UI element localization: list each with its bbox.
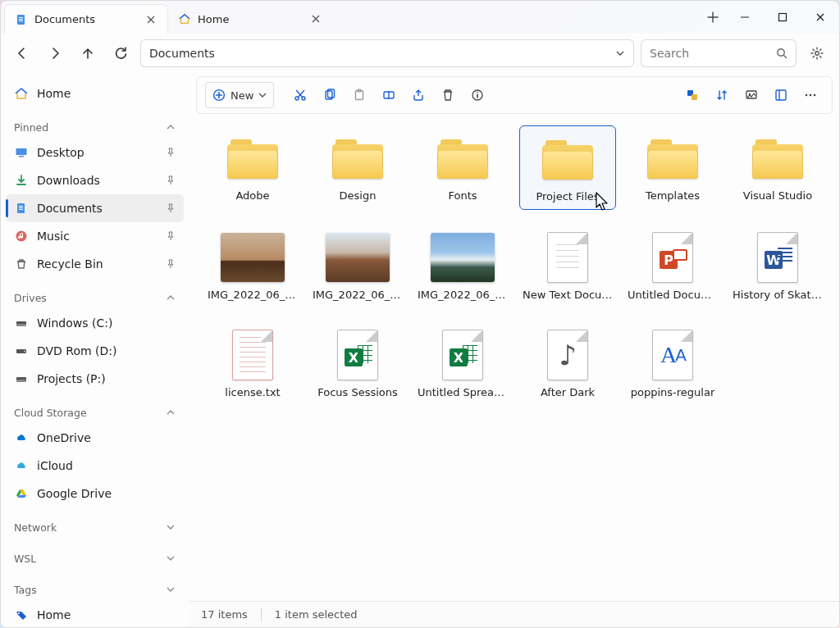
sidebar-item-label: Windows (C:)	[37, 316, 112, 330]
folder-item-design[interactable]: Design	[309, 125, 406, 210]
svg-rect-8	[19, 156, 24, 157]
section-title: Network	[14, 521, 57, 534]
pin-icon[interactable]	[166, 259, 176, 269]
text-file-icon	[547, 232, 588, 283]
section-title: Drives	[14, 292, 47, 304]
items-grid[interactable]: AdobeDesignFontsProject FilesTemplatesVi…	[189, 114, 839, 601]
status-separator	[261, 608, 262, 621]
chevron-icon	[166, 585, 176, 594]
sidebar-item-home[interactable]: Home	[6, 80, 184, 107]
sort-button[interactable]	[709, 82, 735, 108]
sidebar-item-onedrive[interactable]: OneDrive	[6, 424, 184, 452]
back-button[interactable]	[9, 40, 35, 66]
chevron-icon	[166, 522, 176, 532]
pin-quickaccess-button[interactable]	[679, 82, 705, 108]
sidebar-item-downloads[interactable]: Downloads	[6, 166, 184, 194]
tab-icon	[15, 13, 28, 26]
file-item-img-2022-06-14-2892[interactable]: IMG_2022_06_14_2892	[309, 225, 406, 307]
item-thumbnail: X	[326, 329, 390, 381]
sidebar-section-network[interactable]: Network	[6, 516, 184, 539]
sidebar-section-drives[interactable]: Drives	[6, 286, 184, 309]
properties-button[interactable]	[464, 82, 491, 108]
item-thumbnail	[326, 231, 390, 284]
sidebar-item-label: Home	[37, 87, 71, 100]
paste-button[interactable]	[346, 82, 372, 108]
copy-button[interactable]	[317, 82, 343, 108]
sidebar-item-documents[interactable]: Documents	[6, 194, 184, 222]
view-button[interactable]	[738, 82, 765, 108]
file-item-focus-sessions[interactable]: XFocus Sessions	[309, 322, 406, 405]
drive-icon	[14, 371, 29, 386]
sidebar-item-google-drive[interactable]: Google Drive	[6, 480, 184, 507]
sidebar-section-pinned[interactable]: Pinned	[6, 116, 184, 139]
pin-icon[interactable]	[166, 175, 176, 185]
refresh-button[interactable]	[107, 40, 134, 66]
minimize-button[interactable]	[726, 1, 764, 34]
pin-icon[interactable]	[166, 231, 176, 241]
file-item-new-text-document[interactable]: New Text Document	[519, 225, 616, 307]
settings-button[interactable]	[803, 39, 831, 67]
new-button[interactable]: New	[205, 82, 274, 108]
disc-icon	[14, 344, 29, 358]
sidebar-item-home[interactable]: Home	[6, 601, 184, 627]
tab-documents[interactable]: Documents	[4, 4, 168, 34]
sidebar-item-windows-c-[interactable]: Windows (C:)	[6, 309, 184, 337]
file-item-img-2022-06-14-2891[interactable]: IMG_2022_06_14_2891	[204, 225, 301, 307]
pin-icon[interactable]	[166, 203, 176, 213]
pin-icon[interactable]	[166, 148, 176, 157]
sidebar-item-music[interactable]: Music	[6, 222, 184, 250]
folder-item-project-files[interactable]: Project Files	[519, 125, 616, 210]
share-button[interactable]	[405, 82, 431, 108]
folder-item-fonts[interactable]: Fonts	[414, 125, 511, 210]
file-item-img-2022-06-14-2893[interactable]: IMG_2022_06_14_2893	[414, 225, 511, 307]
cut-button[interactable]	[287, 82, 313, 108]
file-item-history-of-skateboarding[interactable]: WHistory of Skateboarding	[729, 225, 826, 307]
rename-button[interactable]	[376, 82, 402, 108]
tab-close-button[interactable]	[309, 12, 322, 25]
sidebar-section-wsl[interactable]: WSL	[6, 547, 184, 570]
file-item-after-dark[interactable]: ♪After Dark	[519, 322, 616, 405]
sidebar-section-cloud-storage[interactable]: Cloud Storage	[6, 401, 184, 424]
address-bar[interactable]: Documents	[140, 39, 634, 67]
folder-icon	[752, 138, 803, 179]
up-button[interactable]	[75, 40, 101, 66]
file-item-poppins-regular[interactable]: AApoppins-regular	[624, 322, 721, 405]
folder-icon	[542, 139, 593, 180]
sidebar-item-projects-p-[interactable]: Projects (P:)	[6, 365, 184, 393]
item-label: Untitled Spreadsheet	[418, 386, 508, 398]
sidebar-section-tags[interactable]: Tags	[6, 578, 184, 601]
tab-home[interactable]: Home	[168, 4, 332, 34]
close-button[interactable]	[801, 1, 839, 34]
sidebar-item-label: Documents	[37, 202, 103, 215]
folder-item-visual-studio[interactable]: Visual Studio	[729, 125, 826, 210]
file-item-untitled-spreadsheet[interactable]: XUntitled Spreadsheet	[414, 322, 511, 405]
excel-file-icon: X	[337, 330, 378, 380]
maximize-button[interactable]	[764, 1, 801, 34]
layout-button[interactable]	[768, 82, 794, 108]
file-item-untitled-document[interactable]: PUntitled Document	[624, 225, 721, 307]
folder-item-adobe[interactable]: Adobe	[204, 125, 301, 210]
forward-button[interactable]	[42, 40, 68, 66]
sidebar-item-label: Projects (P:)	[37, 372, 106, 385]
excel-file-icon: X	[442, 330, 483, 380]
tab-close-button[interactable]	[144, 13, 158, 26]
folder-item-templates[interactable]: Templates	[624, 125, 721, 210]
sidebar-item-icloud[interactable]: iCloud	[6, 452, 184, 480]
svg-rect-19	[16, 380, 26, 382]
svg-rect-7	[16, 148, 27, 155]
new-tab-button[interactable]	[700, 1, 726, 34]
delete-button[interactable]	[435, 82, 461, 108]
address-dropdown-icon[interactable]	[615, 48, 625, 58]
item-thumbnail: AA	[641, 329, 705, 381]
section-title: Tags	[14, 584, 37, 596]
item-label: Focus Sessions	[313, 386, 403, 398]
sidebar-item-desktop[interactable]: Desktop	[6, 139, 184, 166]
item-label: Visual Studio	[733, 189, 823, 202]
svg-point-36	[810, 94, 812, 97]
more-button[interactable]	[797, 82, 824, 108]
search-input[interactable]: Search	[641, 39, 797, 67]
svg-rect-12	[19, 209, 23, 210]
sidebar-item-dvd-rom-d-[interactable]: DVD Rom (D:)	[6, 337, 184, 365]
file-item-license-txt[interactable]: license.txt	[204, 322, 301, 405]
sidebar-item-recycle-bin[interactable]: Recycle Bin	[6, 250, 184, 278]
